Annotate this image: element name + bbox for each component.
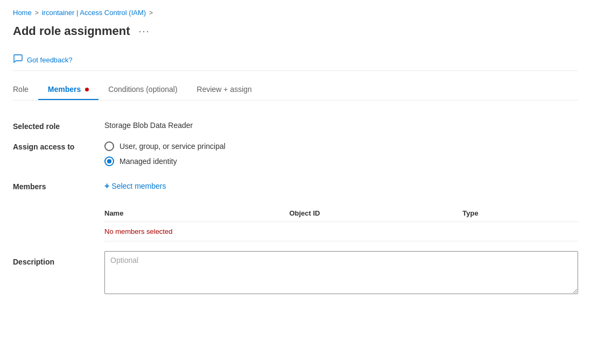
plus-icon: + xyxy=(104,181,109,191)
selected-role-row: Selected role Storage Blob Data Reader xyxy=(13,116,578,136)
radio-user-group-input[interactable] xyxy=(104,141,114,151)
tabs-nav: Role Members Conditions (optional) Revie… xyxy=(13,80,578,101)
assign-access-row: Assign access to User, group, or service… xyxy=(13,136,578,172)
col-header-type: Type xyxy=(462,205,578,222)
tab-members[interactable]: Members xyxy=(38,80,99,100)
tab-review[interactable]: Review + assign xyxy=(187,80,262,100)
selected-role-value: Storage Blob Data Reader xyxy=(104,116,578,136)
feedback-bar[interactable]: Got feedback? xyxy=(13,49,578,71)
members-label: Members xyxy=(13,176,104,196)
breadcrumb-sep1: > xyxy=(35,9,39,17)
radio-user-group-label: User, group, or service principal xyxy=(119,142,226,151)
select-members-label: Select members xyxy=(111,182,166,190)
radio-group: User, group, or service principal Manage… xyxy=(104,136,578,172)
col-header-name: Name xyxy=(104,205,289,222)
feedback-label: Got feedback? xyxy=(27,56,73,64)
empty-message: No members selected xyxy=(104,222,578,241)
members-section: Members + Select members Name Object ID … xyxy=(13,176,578,241)
description-content xyxy=(104,251,578,296)
members-table: Name Object ID Type No members selected xyxy=(104,205,578,241)
assign-access-label: Assign access to xyxy=(13,136,104,156)
select-members-button[interactable]: + Select members xyxy=(104,176,166,196)
radio-user-group[interactable]: User, group, or service principal xyxy=(104,141,578,151)
breadcrumb-sep2: > xyxy=(149,9,153,17)
breadcrumb-home[interactable]: Home xyxy=(13,9,32,17)
description-section: Description xyxy=(13,251,578,296)
description-label: Description xyxy=(13,251,104,272)
members-dot xyxy=(85,88,89,91)
members-content: + Select members Name Object ID Type xyxy=(104,176,578,241)
radio-managed-identity-label: Managed identity xyxy=(119,157,177,166)
tab-role[interactable]: Role xyxy=(13,80,38,100)
table-row-empty: No members selected xyxy=(104,222,578,241)
col-header-objectid: Object ID xyxy=(289,205,462,222)
table-header-row: Name Object ID Type xyxy=(104,205,578,222)
radio-managed-identity-input[interactable] xyxy=(104,156,114,166)
page-title-row: Add role assignment ··· xyxy=(13,24,578,38)
selected-role-label: Selected role xyxy=(13,116,104,136)
description-textarea[interactable] xyxy=(104,251,578,294)
feedback-icon xyxy=(13,54,23,65)
ellipsis-button[interactable]: ··· xyxy=(136,25,153,38)
radio-managed-identity[interactable]: Managed identity xyxy=(104,156,578,166)
page-title: Add role assignment xyxy=(13,24,130,38)
tab-conditions[interactable]: Conditions (optional) xyxy=(99,80,187,100)
breadcrumb-container[interactable]: ircontainer | Access Control (IAM) xyxy=(42,9,146,17)
breadcrumb: Home > ircontainer | Access Control (IAM… xyxy=(13,9,578,17)
